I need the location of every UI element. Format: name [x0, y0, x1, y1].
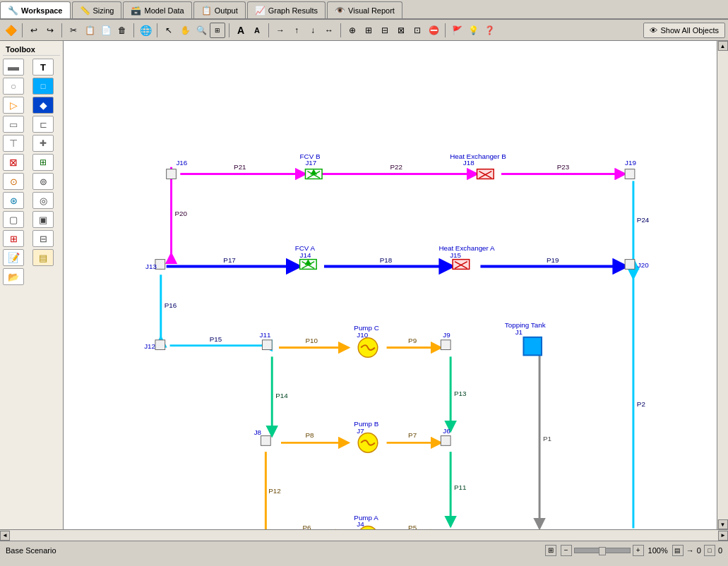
junction-J1[interactable] [523, 337, 542, 356]
junction-J9[interactable] [441, 340, 450, 350]
label-P17: P17 [223, 256, 236, 264]
label-J4-name: Pump A [354, 514, 378, 522]
cut-button[interactable]: ✂ [66, 23, 81, 38]
label-P18: P18 [380, 256, 393, 264]
junction-J12[interactable] [155, 340, 165, 350]
tool-valve[interactable]: ⊠ [3, 154, 24, 171]
zoom-handle[interactable] [599, 547, 606, 555]
light-button[interactable]: 💡 [465, 23, 481, 38]
zoom-slider[interactable] [574, 548, 631, 553]
help-button[interactable]: ❓ [482, 23, 497, 38]
tab-sizing[interactable]: 📏 Sizing [72, 1, 122, 18]
paste-button[interactable]: 📄 [98, 23, 114, 38]
toolbox-title: Toolbox [3, 44, 60, 56]
tool-pipe[interactable]: ▬ [3, 59, 24, 76]
tool-rect2[interactable]: ▣ [32, 211, 54, 228]
junction-J11[interactable] [262, 340, 272, 350]
tool-pipe2[interactable]: ▭ [3, 116, 24, 133]
label-P7: P7 [408, 431, 417, 439]
toolbar: 🔶 ↩ ↪ ✂ 📋 📄 🗑 🌐 ↖ ✋ 🔍 ⊞ A A → ↑ ↓ ↔ ⊕ ⊞ … [0, 20, 728, 41]
tool-tee[interactable]: ⊤ [3, 135, 24, 152]
globe-button[interactable]: 🌐 [138, 23, 153, 38]
text-smaller-button[interactable]: A [249, 23, 265, 38]
junction-J10[interactable] [358, 338, 378, 358]
zoom-button[interactable]: 🔍 [193, 23, 209, 38]
junction-J17[interactable] [305, 169, 322, 179]
tool-junction[interactable]: ○ [3, 78, 24, 95]
scroll-left-button[interactable]: ◄ [0, 531, 10, 541]
tool-heat[interactable]: ⊞ [3, 230, 24, 247]
tool-rect[interactable]: ▢ [3, 211, 24, 228]
page-button1[interactable]: ▤ [672, 545, 684, 556]
arrow-up-button[interactable]: ↑ [289, 23, 304, 38]
label-J12: J12 [144, 342, 155, 350]
tool-tank[interactable]: □ [32, 78, 54, 95]
junction-J15[interactable] [453, 260, 470, 270]
label-J4: J4 [357, 520, 364, 528]
sep6 [268, 23, 269, 37]
tool-cross[interactable]: ✚ [32, 135, 54, 152]
junction-J20[interactable] [625, 260, 635, 270]
tab-graph-results[interactable]: 📈 Graph Results [247, 1, 326, 18]
label-P5: P5 [408, 524, 417, 529]
tool-hex2[interactable]: ⊟ [32, 230, 54, 247]
tool-text[interactable]: T [32, 59, 54, 76]
tool-blank[interactable]: ▤ [32, 249, 54, 266]
select-button[interactable]: ↖ [161, 23, 177, 38]
tool3-button[interactable]: ⊟ [377, 23, 393, 38]
tab-workspace[interactable]: 🔧 Workspace [0, 1, 71, 18]
label-P15: P15 [210, 335, 222, 343]
flag-button[interactable]: 🚩 [449, 23, 465, 38]
tool1-button[interactable]: ⊕ [345, 23, 360, 38]
fit-button[interactable]: ⊞ [210, 23, 225, 38]
tool-comp[interactable]: ◎ [32, 192, 54, 209]
copy-button[interactable]: 📋 [82, 23, 97, 38]
junction-J18[interactable] [477, 169, 494, 179]
arrow-group: → ↑ ↓ ↔ [273, 23, 337, 38]
zoom-minus-button[interactable]: − [561, 545, 572, 556]
tool-relief[interactable]: ⊛ [3, 192, 24, 209]
arrow-both-button[interactable]: ↔ [321, 23, 337, 38]
tool-notes[interactable]: 📝 [3, 249, 24, 266]
tool2-button[interactable]: ⊞ [361, 23, 376, 38]
junction-J16[interactable] [167, 169, 177, 179]
label-P6: P6 [303, 524, 312, 529]
show-all-objects-button[interactable]: 👁 Show All Objects [643, 23, 725, 38]
tool-diamond[interactable]: ◆ [32, 97, 54, 114]
hand-button[interactable]: ✋ [177, 23, 193, 38]
tool6-button[interactable]: ⛔ [426, 23, 441, 38]
page-button2[interactable]: □ [704, 545, 715, 556]
tool4-button[interactable]: ⊠ [393, 23, 409, 38]
tool-pump[interactable]: ⊙ [3, 173, 24, 190]
delete-button[interactable]: 🗑 [114, 23, 130, 38]
right-scrollbar[interactable]: ▲ ▼ [717, 41, 728, 529]
junction-J14[interactable] [300, 260, 317, 270]
tab-model-data[interactable]: 🗃️ Model Data [123, 1, 191, 18]
junction-J19[interactable] [625, 169, 635, 179]
grid-button[interactable]: ⊞ [545, 545, 556, 556]
tab-graph-results-label: Graph Results [268, 6, 318, 15]
tab-output[interactable]: 📋 Output [193, 1, 246, 18]
label-J7: J7 [357, 427, 364, 435]
scroll-down-button[interactable]: ▼ [718, 519, 728, 529]
arrow-down-button[interactable]: ↓ [305, 23, 321, 38]
junction-J7[interactable] [358, 433, 378, 453]
tool-pump2[interactable]: ⊚ [32, 173, 54, 190]
arrow-right-button[interactable]: → [273, 23, 288, 38]
junction-J8[interactable] [261, 436, 270, 446]
tool-check[interactable]: ⊞ [32, 154, 54, 171]
tool-folder[interactable]: 📂 [3, 268, 24, 285]
undo-button[interactable]: ↩ [26, 23, 42, 38]
tool-shape2[interactable]: ⊏ [32, 116, 54, 133]
zoom-plus-button[interactable]: + [633, 545, 644, 556]
scroll-right-button[interactable]: ► [718, 531, 728, 541]
label-J16: J16 [176, 159, 187, 167]
tool-arrow[interactable]: ▷ [3, 97, 24, 114]
redo-button[interactable]: ↪ [42, 23, 58, 38]
scroll-up-button[interactable]: ▲ [718, 41, 728, 51]
text-larger-button[interactable]: A [233, 23, 249, 38]
canvas-area[interactable]: P20 P21 P22 P23 P24 P17 P18 P19 [64, 41, 717, 529]
tool5-button[interactable]: ⊡ [410, 23, 425, 38]
tab-visual-report[interactable]: 👁️ Visual Report [327, 1, 402, 18]
junction-J6[interactable] [441, 436, 450, 446]
